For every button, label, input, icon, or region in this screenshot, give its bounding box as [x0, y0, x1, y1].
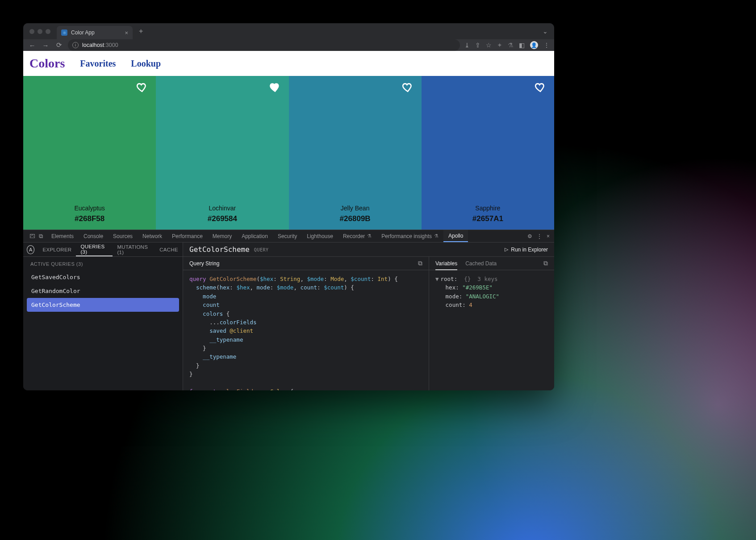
swatch-name: Sapphire	[475, 205, 500, 212]
bookmark-icon[interactable]: ☆	[486, 42, 492, 49]
labs-icon[interactable]: ⚗	[508, 42, 514, 49]
swatch-row: Eucalyptus #268F58 Lochinvar #269584 Jel…	[23, 76, 554, 230]
site-info-icon[interactable]: i	[72, 42, 79, 48]
devtools-tab-network[interactable]: Network	[138, 230, 167, 242]
devtools-tab-apollo[interactable]: Apollo	[443, 230, 468, 242]
copy-icon[interactable]: ⧉	[418, 260, 422, 267]
address-bar: ← → ⟳ i localhost:3000 ⤓ ⇪ ☆ ✦ ⚗ ◧ 👤 ⋮	[23, 39, 554, 51]
reload-button[interactable]: ⟳	[54, 41, 63, 49]
traffic-lights	[27, 29, 53, 34]
panel-icon[interactable]: ◧	[519, 42, 525, 49]
devtools-tab-lighthouse[interactable]: Lighthouse	[302, 230, 338, 242]
forward-button[interactable]: →	[41, 42, 50, 49]
apollo-subtab-mutations[interactable]: MUTATIONS (1)	[113, 243, 155, 256]
swatch-name: Eucalyptus	[74, 205, 104, 212]
nav-favorites[interactable]: Favorites	[80, 59, 116, 69]
back-button[interactable]: ←	[28, 42, 37, 49]
operation-name: GetColorScheme	[189, 245, 250, 254]
heart-icon[interactable]	[269, 81, 281, 93]
heart-icon[interactable]	[402, 81, 414, 93]
apollo-query-list: GetSavedColors GetRandomColor GetColorSc…	[23, 270, 183, 312]
operation-kind: QUERY	[254, 247, 269, 252]
browser-window: ⚛ Color App × + ⌄ ← → ⟳ i localhost:3000…	[23, 23, 554, 390]
query-string-label: Query String	[189, 260, 219, 267]
swatch-hex: #268F58	[75, 214, 104, 223]
devtools-tab-application[interactable]: Application	[237, 230, 273, 242]
react-favicon: ⚛	[61, 29, 67, 36]
apollo-subtabs: A EXPLORER QUERIES (3) MUTATIONS (1) CAC…	[23, 243, 183, 257]
traffic-zoom[interactable]	[46, 29, 50, 34]
flask-icon: ⚗	[434, 233, 439, 239]
app-header: Colors Favorites Lookup	[23, 51, 554, 76]
settings-icon[interactable]: ⚙	[527, 233, 532, 239]
extensions-icon[interactable]: ✦	[497, 42, 502, 49]
url-host: localhost	[82, 42, 104, 48]
swatch-hex: #269584	[208, 214, 237, 223]
install-icon[interactable]: ⤓	[464, 42, 470, 49]
variables-column: Variables Cached Data ⧉ ▼root: {} 3 keys…	[429, 257, 554, 390]
copy-icon[interactable]: ⧉	[543, 260, 548, 267]
devtools-tab-security[interactable]: Security	[273, 230, 302, 242]
swatch-name: Jelly Bean	[341, 205, 370, 212]
variables-tab[interactable]: Variables	[435, 260, 457, 270]
close-devtools-icon[interactable]: ×	[547, 233, 550, 239]
profile-icon[interactable]: 👤	[530, 41, 538, 49]
app-page: Colors Favorites Lookup Eucalyptus #268F…	[23, 51, 554, 230]
tabs-dropdown-icon[interactable]: ⌄	[543, 28, 551, 35]
query-item[interactable]: GetSavedColors	[27, 270, 179, 284]
devtools-tab-performance-insights[interactable]: Performance insights⚗	[376, 230, 443, 242]
share-icon[interactable]: ⇪	[475, 42, 480, 49]
devtools-body: A EXPLORER QUERIES (3) MUTATIONS (1) CAC…	[23, 243, 554, 390]
flask-icon: ⚗	[367, 233, 372, 239]
play-icon: ▷	[505, 247, 508, 252]
variables-code[interactable]: ▼root: {} 3 keys hex: "#269B5E" mode: "A…	[429, 270, 554, 390]
active-queries-header: ACTIVE QUERIES (3)	[23, 257, 183, 270]
heart-icon[interactable]	[136, 81, 148, 93]
browser-tab[interactable]: ⚛ Color App ×	[57, 26, 133, 39]
cached-data-tab[interactable]: Cached Data	[465, 260, 497, 267]
nav-lookup[interactable]: Lookup	[131, 59, 161, 69]
color-swatch: Jelly Bean #26809B	[289, 76, 422, 230]
app-logo[interactable]: Colors	[29, 56, 65, 71]
devtools-tab-console[interactable]: Console	[79, 230, 108, 242]
apollo-detail-panel: GetColorScheme QUERY ▷ Run in Explorer Q…	[183, 243, 554, 390]
query-item[interactable]: GetRandomColor	[27, 284, 179, 298]
tab-strip: ⚛ Color App × + ⌄	[23, 23, 554, 39]
apollo-detail-header: GetColorScheme QUERY ▷ Run in Explorer	[183, 243, 554, 257]
swatch-hex: #2657A1	[472, 214, 503, 223]
color-swatch: Eucalyptus #268F58	[23, 76, 156, 230]
menu-icon[interactable]: ⋮	[543, 42, 550, 49]
variables-header: Variables Cached Data ⧉	[429, 257, 554, 270]
run-in-explorer-label: Run in Explorer	[511, 247, 548, 253]
inspect-icon[interactable]: ⮹	[29, 233, 35, 240]
heart-icon[interactable]	[535, 81, 546, 93]
devtools-tab-recorder[interactable]: Recorder⚗	[338, 230, 376, 242]
apollo-subtab-cache[interactable]: CACHE	[155, 243, 183, 256]
traffic-close[interactable]	[29, 29, 34, 34]
tab-close-icon[interactable]: ×	[125, 29, 128, 36]
more-icon[interactable]: ⋮	[537, 233, 542, 239]
apollo-subtab-explorer[interactable]: EXPLORER	[38, 243, 76, 256]
traffic-minimize[interactable]	[38, 29, 42, 34]
color-swatch: Sapphire #2657A1	[422, 76, 554, 230]
apollo-logo-icon: A	[27, 245, 34, 254]
devtools-tab-performance[interactable]: Performance	[167, 230, 208, 242]
devtools-tab-elements[interactable]: Elements	[46, 230, 79, 242]
toolbar-icons: ⤓ ⇪ ☆ ✦ ⚗ ◧ 👤 ⋮	[464, 41, 550, 49]
devtools-tabstrip: ⮹ ⧉ ElementsConsoleSourcesNetworkPerform…	[23, 230, 554, 243]
device-icon[interactable]: ⧉	[39, 233, 43, 240]
query-item[interactable]: GetColorScheme	[27, 298, 179, 312]
devtools-tab-memory[interactable]: Memory	[208, 230, 237, 242]
color-swatch: Lochinvar #269584	[156, 76, 288, 230]
swatch-name: Lochinvar	[209, 205, 236, 212]
query-string-code[interactable]: query GetColorScheme($hex: String, $mode…	[183, 270, 429, 390]
url-path: :3000	[104, 42, 118, 48]
new-tab-button[interactable]: +	[136, 27, 146, 35]
run-in-explorer-button[interactable]: ▷ Run in Explorer	[505, 247, 548, 253]
query-string-header: Query String ⧉	[183, 257, 429, 270]
query-string-column: Query String ⧉ query GetColorScheme($hex…	[183, 257, 429, 390]
devtools: ⮹ ⧉ ElementsConsoleSourcesNetworkPerform…	[23, 230, 554, 390]
url-input[interactable]: i localhost:3000	[68, 39, 460, 51]
devtools-tab-sources[interactable]: Sources	[108, 230, 138, 242]
apollo-subtab-queries[interactable]: QUERIES (3)	[76, 243, 113, 256]
